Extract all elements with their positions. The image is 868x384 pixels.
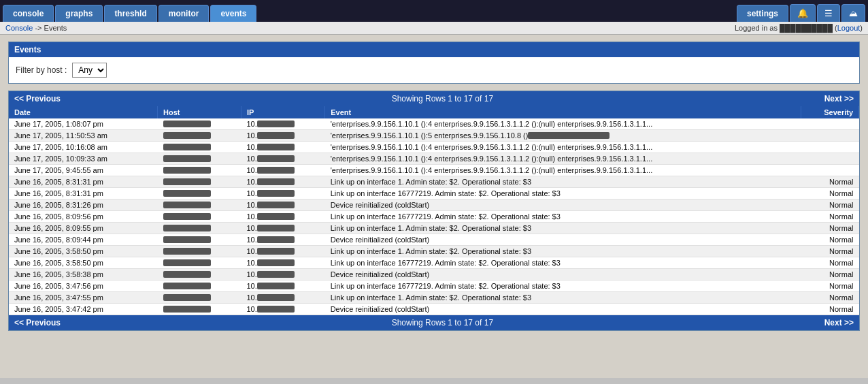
nav-tabs-left: console graphs threshld monitor events bbox=[3, 5, 256, 22]
host-filter-select[interactable]: Any bbox=[72, 63, 107, 78]
cell-severity: Normal bbox=[801, 199, 858, 211]
cell-event: 'enterprises.9.9.156.1.10.1 ():4 enterpr… bbox=[325, 153, 801, 165]
next-button-bottom[interactable]: Next >> bbox=[824, 318, 854, 327]
cell-host: ██████████ bbox=[158, 223, 241, 234]
logged-in-label: Logged in as bbox=[735, 24, 778, 32]
cell-severity bbox=[801, 118, 858, 130]
cell-host: ██████████ bbox=[158, 176, 241, 188]
cell-host: ██████████ bbox=[158, 153, 241, 165]
cell-date: June 16, 2005, 3:58:38 pm bbox=[9, 269, 158, 281]
cell-ip: 10.███████ bbox=[241, 246, 324, 257]
logout-link[interactable]: Logout bbox=[837, 24, 861, 32]
nav-tab-events[interactable]: events bbox=[210, 5, 256, 22]
cell-event: Link up on interface 16777219. Admin sta… bbox=[325, 188, 801, 199]
nav-tabs-right: settings 🔔 ☰ ⛰ bbox=[737, 4, 865, 22]
landscape-icon[interactable]: ⛰ bbox=[841, 4, 865, 22]
events-panel-header: Events bbox=[9, 42, 859, 57]
cell-date: June 16, 2005, 3:58:50 pm bbox=[9, 246, 158, 257]
cell-event: Link up on interface 16777219. Admin sta… bbox=[325, 211, 801, 223]
cell-event: Device reinitialized (coldStart) bbox=[325, 234, 801, 246]
previous-button-top[interactable]: << Previous bbox=[14, 94, 61, 103]
pagination-info-top: Showing Rows 1 to 17 of 17 bbox=[61, 94, 824, 103]
main-content: Events Filter by host : Any << Previous … bbox=[0, 35, 868, 378]
nav-tab-monitor[interactable]: monitor bbox=[158, 5, 210, 22]
nav-tab-settings[interactable]: settings bbox=[737, 5, 788, 22]
cell-host: ██████████ bbox=[158, 199, 241, 211]
table-row: June 17, 2005, 10:09:33 am██████████10.█… bbox=[9, 153, 859, 165]
cell-event: Link up on interface 16777219. Admin sta… bbox=[325, 281, 801, 292]
cell-severity: Normal bbox=[801, 269, 858, 281]
cell-ip: 10.███████ bbox=[241, 130, 324, 142]
cell-severity: Normal bbox=[801, 234, 858, 246]
cell-event: Device reinitialized (coldStart) bbox=[325, 269, 801, 281]
cell-ip: 10.███████ bbox=[241, 223, 324, 234]
cell-severity: Normal bbox=[801, 246, 858, 257]
cell-severity bbox=[801, 130, 858, 142]
cell-date: June 17, 2005, 10:09:33 am bbox=[9, 153, 158, 165]
previous-button-bottom[interactable]: << Previous bbox=[14, 318, 61, 327]
cell-host: ██████████ bbox=[158, 292, 241, 304]
cell-date: June 16, 2005, 3:47:42 pm bbox=[9, 304, 158, 315]
cell-event: 'enterprises.9.9.156.1.10.1 ():4 enterpr… bbox=[325, 165, 801, 176]
cell-date: June 16, 2005, 8:09:55 pm bbox=[9, 223, 158, 234]
table-header-row: Date Host IP Event Severity bbox=[9, 106, 859, 118]
table-row: June 16, 2005, 8:09:56 pm██████████10.██… bbox=[9, 211, 859, 223]
cell-date: June 16, 2005, 8:31:31 pm bbox=[9, 176, 158, 188]
cell-host: ██████████ bbox=[158, 304, 241, 315]
cell-host: ██████████ bbox=[158, 211, 241, 223]
cell-severity bbox=[801, 142, 858, 153]
cell-host: ██████████ bbox=[158, 234, 241, 246]
cell-severity: Normal bbox=[801, 281, 858, 292]
cell-date: June 17, 2005, 9:45:55 am bbox=[9, 165, 158, 176]
cell-host: ██████████ bbox=[158, 281, 241, 292]
cell-event: Link up on interface 1. Admin state: $2.… bbox=[325, 292, 801, 304]
cell-date: June 17, 2005, 1:08:07 pm bbox=[9, 118, 158, 130]
nav-tab-graphs[interactable]: graphs bbox=[55, 5, 103, 22]
cell-ip: 10.███████ bbox=[241, 234, 324, 246]
cell-date: June 16, 2005, 3:47:55 pm bbox=[9, 292, 158, 304]
table-row: June 17, 2005, 10:16:08 am██████████10.█… bbox=[9, 142, 859, 153]
cell-date: June 17, 2005, 10:16:08 am bbox=[9, 142, 158, 153]
cell-event: Link up on interface 1. Admin state: $2.… bbox=[325, 223, 801, 234]
table-row: June 16, 2005, 8:09:55 pm██████████10.██… bbox=[9, 223, 859, 234]
nav-tab-threshld[interactable]: threshld bbox=[104, 5, 156, 22]
menu-icon[interactable]: ☰ bbox=[817, 4, 840, 22]
table-row: June 16, 2005, 3:58:38 pm██████████10.██… bbox=[9, 269, 859, 281]
events-panel: Events Filter by host : Any bbox=[8, 42, 860, 84]
notifications-icon[interactable]: 🔔 bbox=[790, 4, 816, 22]
cell-ip: 10.███████ bbox=[241, 165, 324, 176]
cell-ip: 10.███████ bbox=[241, 281, 324, 292]
cell-ip: 10.███████ bbox=[241, 257, 324, 269]
nav-tab-console[interactable]: console bbox=[3, 5, 54, 22]
table-row: June 17, 2005, 11:50:53 am██████████10.█… bbox=[9, 130, 859, 142]
events-table-container: << Previous Showing Rows 1 to 17 of 17 N… bbox=[8, 91, 860, 331]
cell-host: ██████████ bbox=[158, 246, 241, 257]
cell-ip: 10.███████ bbox=[241, 176, 324, 188]
col-header-host: Host bbox=[158, 106, 241, 118]
cell-event: Device reinitialized (coldStart) bbox=[325, 304, 801, 315]
cell-severity: Normal bbox=[801, 211, 858, 223]
username: ██████████ bbox=[780, 24, 835, 32]
cell-host: ██████████ bbox=[158, 269, 241, 281]
events-panel-body: Filter by host : Any bbox=[9, 57, 859, 83]
table-row: June 16, 2005, 8:09:44 pm██████████10.██… bbox=[9, 234, 859, 246]
table-row: June 16, 2005, 3:58:50 pm██████████10.██… bbox=[9, 246, 859, 257]
cell-event: 'enterprises.9.9.156.1.10.1 ():4 enterpr… bbox=[325, 118, 801, 130]
cell-ip: 10.███████ bbox=[241, 304, 324, 315]
table-row: June 17, 2005, 1:08:07 pm██████████10.██… bbox=[9, 118, 859, 130]
next-button-top[interactable]: Next >> bbox=[824, 94, 854, 103]
cell-ip: 10.███████ bbox=[241, 292, 324, 304]
cell-ip: 10.███████ bbox=[241, 199, 324, 211]
top-navigation: console graphs threshld monitor events s… bbox=[0, 0, 868, 22]
breadcrumb-console-link[interactable]: Console bbox=[5, 24, 33, 32]
breadcrumb-bar: Console -> Events Logged in as █████████… bbox=[0, 22, 868, 35]
table-row: June 16, 2005, 8:31:31 pm██████████10.██… bbox=[9, 176, 859, 188]
table-row: June 16, 2005, 3:58:50 pm██████████10.██… bbox=[9, 257, 859, 269]
table-body: June 17, 2005, 1:08:07 pm██████████10.██… bbox=[9, 118, 859, 315]
cell-severity: Normal bbox=[801, 257, 858, 269]
table-row: June 16, 2005, 8:31:26 pm██████████10.██… bbox=[9, 199, 859, 211]
cell-ip: 10.███████ bbox=[241, 269, 324, 281]
table-row: June 16, 2005, 3:47:55 pm██████████10.██… bbox=[9, 292, 859, 304]
events-table: Date Host IP Event Severity June 17, 200… bbox=[9, 106, 859, 315]
cell-date: June 16, 2005, 8:09:56 pm bbox=[9, 211, 158, 223]
